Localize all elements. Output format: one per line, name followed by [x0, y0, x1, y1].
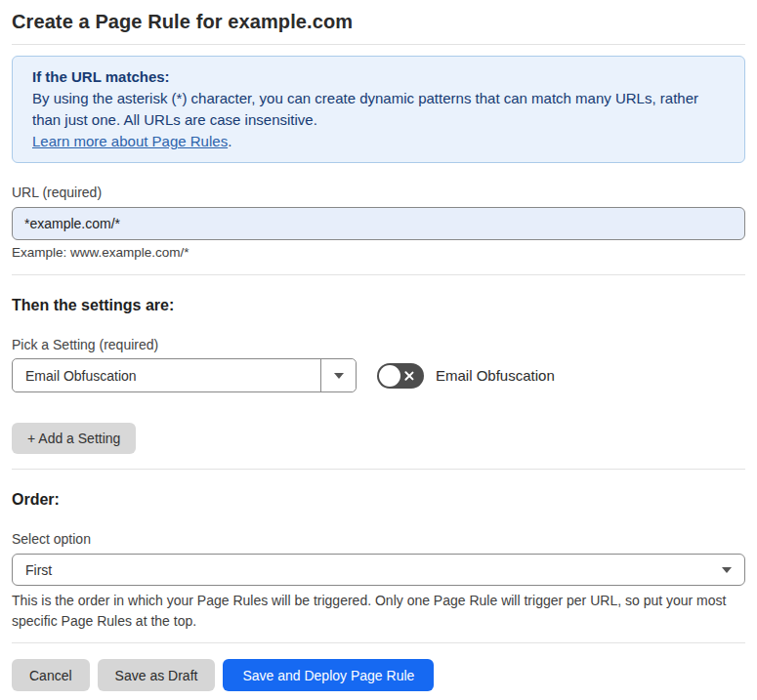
create-page-rule-form: Create a Page Rule for example.com If th… [0, 10, 757, 700]
page-title: Create a Page Rule for example.com [12, 10, 745, 33]
title-divider [12, 44, 745, 45]
order-select-label: Select option [12, 531, 745, 548]
setting-select[interactable]: Email Obfuscation [12, 358, 357, 392]
learn-more-page-rules-link[interactable]: Learn more about Page Rules [32, 133, 228, 149]
order-section-heading: Order: [12, 490, 745, 510]
pick-setting-label: Pick a Setting (required) [12, 337, 745, 353]
setting-select-value: Email Obfuscation [13, 359, 320, 391]
save-as-draft-button[interactable]: Save as Draft [98, 659, 216, 691]
link-suffix-period: . [228, 133, 231, 149]
caret-down-icon [722, 567, 732, 573]
cancel-button[interactable]: Cancel [12, 659, 90, 691]
footer-divider [12, 642, 745, 643]
toggle-off-x-icon [403, 370, 415, 382]
setting-row: Email Obfuscation Email Obfuscation [12, 358, 745, 392]
footer-actions: Cancel Save as Draft Save and Deploy Pag… [12, 659, 745, 691]
url-section-divider [12, 274, 745, 275]
toggle-knob [379, 365, 400, 387]
caret-down-icon [334, 373, 344, 379]
order-help-text: This is the order in which your Page Rul… [12, 591, 739, 632]
url-field-label: URL (required) [12, 185, 745, 201]
url-matches-info-box: If the URL matches: By using the asteris… [12, 56, 745, 163]
info-box-heading: If the URL matches: [32, 66, 725, 88]
add-setting-button[interactable]: + Add a Setting [12, 423, 136, 454]
url-input[interactable] [12, 207, 745, 240]
settings-section-divider [12, 469, 745, 470]
save-and-deploy-button[interactable]: Save and Deploy Page Rule [223, 659, 434, 691]
order-select-value: First [25, 562, 722, 578]
info-box-body: By using the asterisk (*) character, you… [32, 88, 725, 131]
setting-select-caret-button[interactable] [320, 359, 356, 391]
info-box-link-line: Learn more about Page Rules. [32, 131, 725, 152]
email-obfuscation-toggle-group: Email Obfuscation [377, 363, 555, 389]
url-example-text: Example: www.example.com/* [12, 245, 745, 261]
toggle-label: Email Obfuscation [436, 367, 555, 384]
settings-section-heading: Then the settings are: [12, 296, 745, 315]
email-obfuscation-toggle[interactable] [377, 363, 424, 389]
order-select[interactable]: First [12, 554, 745, 586]
